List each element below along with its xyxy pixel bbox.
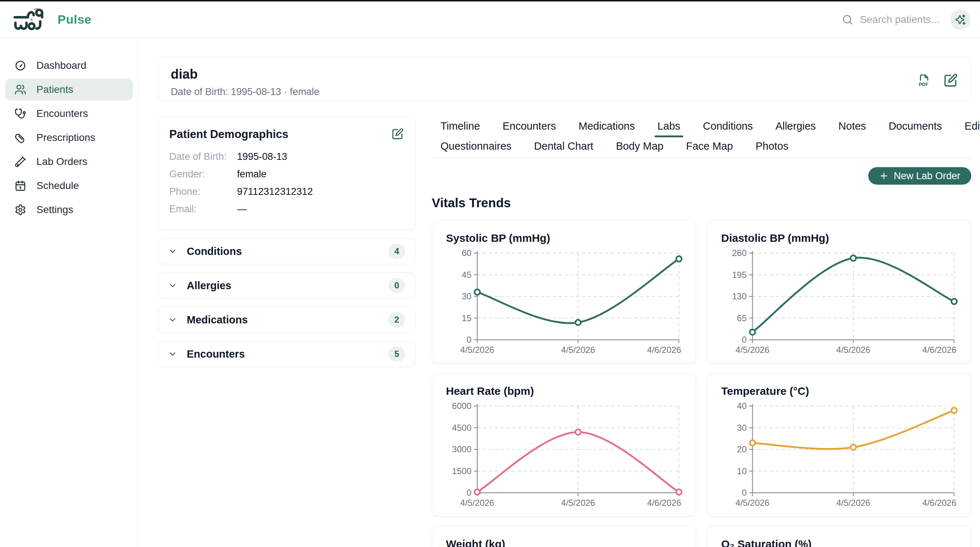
search-input[interactable]: Search patients... bbox=[842, 14, 939, 26]
svg-text:4/6/2026: 4/6/2026 bbox=[647, 345, 681, 355]
new-lab-order-button[interactable]: New Lab Order bbox=[868, 167, 971, 185]
svg-text:60: 60 bbox=[461, 248, 471, 258]
svg-text:0: 0 bbox=[742, 335, 747, 344]
svg-text:4/6/2026: 4/6/2026 bbox=[647, 498, 681, 508]
vital-chart-card-weight-kg: Weight (kg)64 bbox=[432, 526, 696, 547]
tab-dental-chart[interactable]: Dental Chart bbox=[534, 138, 593, 158]
search-placeholder: Search patients... bbox=[860, 14, 939, 26]
svg-text:4500: 4500 bbox=[452, 423, 471, 433]
edit-demographics-button[interactable] bbox=[391, 128, 404, 140]
svg-text:4/5/2026: 4/5/2026 bbox=[460, 498, 494, 508]
vital-chart-card-temperature-c: Temperature (°C)0102030404/5/20264/5/202… bbox=[707, 373, 971, 517]
tab-row-1: TimelineEncountersMedicationsLabsConditi… bbox=[441, 118, 971, 138]
sidebar-item-prescriptions[interactable]: Prescriptions bbox=[5, 127, 133, 148]
field-label: Email: bbox=[169, 204, 237, 215]
vitals-charts-grid: Systolic BP (mmHg)0153045604/5/20264/5/2… bbox=[432, 220, 971, 547]
gear-icon bbox=[14, 204, 26, 215]
sidebar-item-label: Schedule bbox=[37, 180, 79, 191]
chevron-down-icon bbox=[168, 247, 177, 256]
tab-labs[interactable]: Labs bbox=[657, 118, 680, 138]
chart-title: Diastolic BP (mmHg) bbox=[721, 232, 957, 244]
test-tube-icon bbox=[14, 156, 26, 167]
sidebar-item-label: Dashboard bbox=[37, 60, 86, 72]
tab-timeline[interactable]: Timeline bbox=[441, 118, 480, 138]
demographics-row-gender: Gender:female bbox=[169, 169, 404, 180]
svg-text:45: 45 bbox=[461, 270, 471, 280]
vital-chart-card-systolic-bp-mmhg: Systolic BP (mmHg)0153045604/5/20264/5/2… bbox=[432, 220, 696, 364]
chart-title: Systolic BP (mmHg) bbox=[446, 232, 682, 244]
svg-text:PDF: PDF bbox=[919, 81, 929, 87]
sidebar-item-label: Lab Orders bbox=[37, 156, 88, 167]
search-icon bbox=[842, 14, 853, 26]
plus-icon bbox=[879, 171, 889, 181]
count-badge: 5 bbox=[388, 346, 405, 362]
summary-section-conditions[interactable]: Conditions4 bbox=[157, 238, 416, 265]
chart-title: Heart Rate (bpm) bbox=[446, 385, 682, 397]
svg-text:0: 0 bbox=[467, 488, 471, 498]
field-label: Phone: bbox=[169, 186, 237, 198]
sidebar-item-encounters[interactable]: Encounters bbox=[5, 103, 133, 124]
count-badge: 4 bbox=[388, 244, 405, 259]
tab-notes[interactable]: Notes bbox=[838, 118, 866, 138]
brand[interactable]: Pulse bbox=[13, 7, 91, 32]
users-icon bbox=[14, 84, 26, 96]
tab-questionnaires[interactable]: Questionnaires bbox=[441, 138, 511, 158]
pdf-file-icon: PDF bbox=[916, 73, 931, 88]
svg-text:30: 30 bbox=[737, 423, 747, 433]
vital-chart-card-diastolic-bp-mmhg: Diastolic BP (mmHg)0651301952604/5/20264… bbox=[707, 220, 971, 364]
field-value: 97112312312312 bbox=[237, 186, 313, 198]
svg-text:4/5/2026: 4/5/2026 bbox=[735, 498, 769, 508]
tab-conditions[interactable]: Conditions bbox=[703, 118, 753, 138]
demographics-row-phone: Phone:97112312312312 bbox=[169, 186, 404, 198]
summary-section-allergies[interactable]: Allergies0 bbox=[157, 273, 416, 299]
sidebar-item-lab-orders[interactable]: Lab Orders bbox=[5, 151, 133, 172]
tab-allergies[interactable]: Allergies bbox=[775, 118, 816, 138]
patient-subtitle: Date of Birth: 1995-08-13 · female bbox=[171, 86, 319, 97]
section-label: Conditions bbox=[187, 246, 242, 257]
svg-text:195: 195 bbox=[732, 270, 747, 280]
new-lab-order-label: New Lab Order bbox=[894, 171, 960, 182]
tab-edit-history[interactable]: Edit History bbox=[965, 118, 980, 138]
patient-detail-column: TimelineEncountersMedicationsLabsConditi… bbox=[432, 116, 971, 547]
tab-face-map[interactable]: Face Map bbox=[686, 138, 733, 158]
edit-pencil-icon bbox=[943, 73, 958, 88]
svg-text:4/5/2026: 4/5/2026 bbox=[460, 345, 494, 355]
svg-text:1500: 1500 bbox=[452, 466, 471, 476]
demographics-title: Patient Demographics bbox=[169, 128, 288, 141]
tab-body-map[interactable]: Body Map bbox=[616, 138, 663, 158]
field-value: — bbox=[237, 204, 247, 215]
pill-icon bbox=[14, 132, 26, 144]
sidebar-item-patients[interactable]: Patients bbox=[5, 79, 133, 100]
tab-photos[interactable]: Photos bbox=[756, 138, 788, 158]
vital-chart-card-heart-rate-bpm: Heart Rate (bpm)015003000450060004/5/202… bbox=[432, 373, 696, 517]
summary-section-encounters[interactable]: Encounters5 bbox=[157, 341, 416, 367]
svg-text:130: 130 bbox=[732, 291, 747, 301]
chevron-down-icon bbox=[168, 349, 177, 359]
svg-text:6000: 6000 bbox=[452, 401, 471, 411]
export-pdf-button[interactable]: PDF bbox=[916, 73, 931, 88]
patient-header-actions: PDF bbox=[916, 67, 958, 88]
tab-medications[interactable]: Medications bbox=[579, 118, 635, 138]
svg-text:0: 0 bbox=[467, 335, 471, 344]
brand-logo-icon bbox=[13, 7, 49, 32]
tab-encounters[interactable]: Encounters bbox=[503, 118, 556, 138]
sidebar-item-settings[interactable]: Settings bbox=[5, 199, 133, 221]
svg-text:260: 260 bbox=[732, 248, 747, 258]
edit-patient-button[interactable] bbox=[943, 73, 958, 88]
count-badge: 0 bbox=[388, 278, 405, 293]
patient-demographics-card: Patient Demographics Date of Birth:1995-… bbox=[157, 116, 416, 230]
tab-documents[interactable]: Documents bbox=[889, 118, 942, 138]
svg-text:4/5/2026: 4/5/2026 bbox=[561, 498, 595, 508]
sidebar-item-schedule[interactable]: Schedule bbox=[5, 175, 133, 197]
summary-sections: Conditions4Allergies0Medications2Encount… bbox=[157, 238, 416, 367]
topbar: Pulse Search patients... bbox=[0, 2, 980, 38]
svg-text:4/5/2026: 4/5/2026 bbox=[836, 498, 870, 508]
vital-chart-card-o-saturation: O₂ Saturation (%)94 bbox=[707, 526, 971, 547]
section-label: Encounters bbox=[187, 348, 245, 360]
ai-assistant-button[interactable] bbox=[950, 10, 970, 30]
summary-section-medications[interactable]: Medications2 bbox=[157, 307, 416, 333]
sidebar-item-dashboard[interactable]: Dashboard bbox=[5, 55, 133, 77]
svg-text:4/5/2026: 4/5/2026 bbox=[836, 345, 870, 355]
chart-title: Temperature (°C) bbox=[721, 385, 957, 397]
sidebar-nav: DashboardPatientsEncountersPrescriptions… bbox=[0, 38, 138, 547]
